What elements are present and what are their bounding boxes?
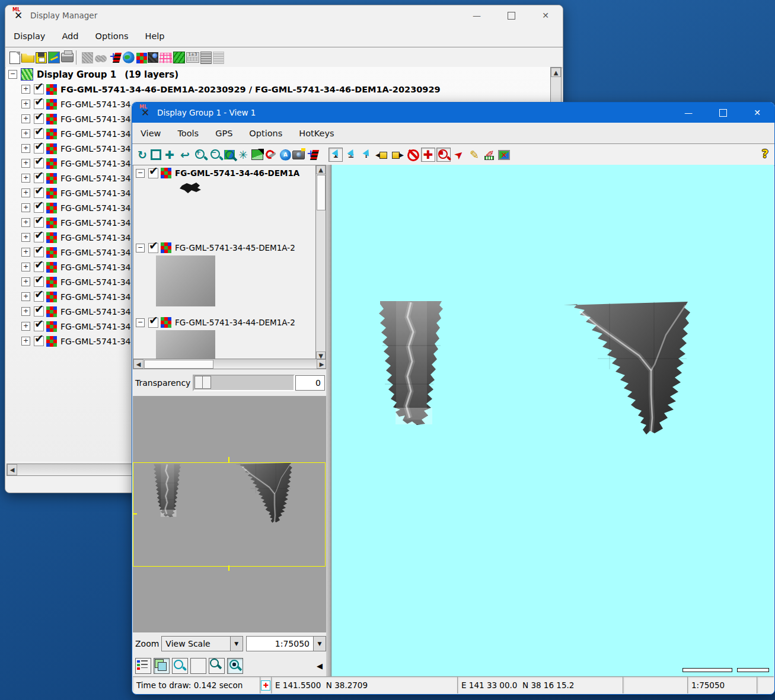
select-arrow-icon[interactable]: ➤ bbox=[449, 145, 469, 165]
previous-view-icon[interactable]: ↩ bbox=[178, 148, 192, 162]
expand-icon[interactable]: + bbox=[21, 159, 30, 168]
identify-tool-icon[interactable]: ? bbox=[359, 148, 374, 162]
layer-checkbox[interactable]: ✔ bbox=[34, 336, 44, 346]
view-titlebar[interactable]: ML✕ Display Group 1 - View 1 — ✕ bbox=[132, 103, 774, 123]
add-web-layer-icon[interactable] bbox=[123, 52, 135, 63]
scroll-right-arrow[interactable]: ▶ bbox=[317, 359, 326, 369]
layer-thumbnail[interactable] bbox=[156, 330, 215, 360]
layer-checkbox[interactable]: ✔ bbox=[148, 318, 158, 328]
layer-checkbox[interactable]: ✔ bbox=[34, 262, 44, 272]
expand-icon[interactable]: + bbox=[21, 174, 30, 183]
menu-help[interactable]: Help bbox=[136, 31, 173, 41]
add-raster-icon[interactable] bbox=[136, 52, 146, 63]
expand-icon[interactable]: + bbox=[21, 307, 30, 316]
layer-checkbox[interactable]: ✔ bbox=[148, 168, 158, 178]
show-layers-button[interactable] bbox=[154, 658, 170, 674]
locator-icon[interactable] bbox=[251, 149, 263, 160]
new-file-icon[interactable] bbox=[9, 52, 20, 64]
zoom-mode-dropdown[interactable]: View Scale ▼ bbox=[161, 636, 243, 651]
expand-icon[interactable]: + bbox=[21, 218, 30, 227]
menu-add[interactable]: Add bbox=[53, 31, 87, 41]
pan-tool-icon[interactable]: ✚ bbox=[421, 148, 435, 162]
sidebar-divider[interactable] bbox=[326, 165, 331, 677]
snapshot-icon[interactable] bbox=[292, 151, 305, 159]
zoom-1x-button[interactable] bbox=[227, 658, 243, 674]
close-button[interactable]: ✕ bbox=[528, 5, 563, 25]
full-image-button[interactable] bbox=[190, 658, 206, 674]
georeference-icon[interactable]: A bbox=[280, 149, 291, 161]
slider-thumb[interactable] bbox=[194, 376, 211, 389]
expand-icon[interactable]: + bbox=[21, 100, 30, 108]
help-icon[interactable]: ? bbox=[761, 146, 768, 161]
layer-thumbnail[interactable] bbox=[178, 181, 202, 196]
layer-list-vertical-scrollbar[interactable]: ▲ ▼ bbox=[315, 165, 326, 360]
chevron-down-icon[interactable]: ▼ bbox=[313, 637, 326, 651]
locator-overview-map[interactable] bbox=[133, 396, 326, 632]
zoom-scale-dropdown[interactable]: 1:75050 ▼ bbox=[246, 636, 326, 651]
expand-icon[interactable]: + bbox=[21, 114, 30, 123]
layer-checkbox[interactable]: ✔ bbox=[34, 306, 44, 317]
expand-icon[interactable]: + bbox=[21, 129, 30, 138]
sketch-tool-icon[interactable]: ✎ bbox=[467, 148, 481, 162]
menu-tools[interactable]: Tools bbox=[169, 129, 207, 138]
tree-group-row[interactable]: − Display Group 1 (19 layers) bbox=[6, 67, 551, 82]
measure-tool-icon[interactable]: ✐ bbox=[483, 148, 497, 162]
add-pinmap-icon[interactable] bbox=[148, 52, 158, 63]
expand-icon[interactable]: + bbox=[21, 85, 30, 94]
add-layer-icon[interactable] bbox=[306, 148, 319, 162]
scrollbar-thumb[interactable] bbox=[317, 175, 326, 210]
layer-checkbox[interactable]: ✔ bbox=[34, 203, 44, 213]
layer-thumbnail[interactable] bbox=[156, 255, 215, 306]
expand-icon[interactable]: + bbox=[21, 188, 30, 197]
view-extent-rectangle[interactable] bbox=[133, 462, 326, 567]
print-icon[interactable] bbox=[61, 53, 74, 62]
add-vector-icon[interactable] bbox=[173, 52, 185, 63]
select-tool-icon[interactable]: 1 bbox=[329, 148, 343, 162]
maximize-button[interactable] bbox=[494, 5, 528, 25]
layer-checkbox[interactable]: ✔ bbox=[34, 173, 44, 183]
collapse-icon[interactable]: − bbox=[8, 70, 17, 79]
scroll-left-arrow[interactable]: ◀ bbox=[133, 359, 143, 369]
collapse-icon[interactable]: − bbox=[136, 244, 145, 252]
layer-checkbox[interactable]: ✔ bbox=[148, 243, 158, 253]
expand-icon[interactable]: + bbox=[21, 263, 30, 271]
menu-hotkeys[interactable]: HotKeys bbox=[291, 129, 342, 138]
maximize-button[interactable] bbox=[706, 103, 740, 123]
expand-icon[interactable]: + bbox=[21, 322, 30, 331]
position-marker-cell[interactable]: ✚ bbox=[260, 677, 272, 693]
layer-checkbox[interactable]: ✔ bbox=[34, 158, 44, 168]
expand-icon[interactable]: + bbox=[21, 144, 30, 153]
zoom-full-icon[interactable]: ✳ bbox=[236, 148, 250, 162]
zoom-box-tool-icon[interactable]: ▪ bbox=[436, 148, 451, 162]
add-table-icon[interactable] bbox=[200, 52, 212, 64]
sidebar-layer-row[interactable]: − ✔ FG-GML-5741-34-44-DEM1A-2 bbox=[136, 317, 314, 328]
add-tin-icon[interactable] bbox=[159, 53, 173, 63]
multi-select-tool-icon[interactable]: ± bbox=[344, 148, 358, 162]
layer-checkbox[interactable]: ✔ bbox=[34, 114, 44, 124]
save-icon[interactable] bbox=[36, 52, 47, 63]
zoom-out-icon[interactable]: − bbox=[209, 148, 223, 162]
menu-view[interactable]: View bbox=[132, 129, 169, 138]
menu-options[interactable]: Options bbox=[241, 129, 291, 138]
layer-checkbox[interactable]: ✔ bbox=[34, 218, 44, 228]
expand-icon[interactable]: + bbox=[21, 233, 30, 242]
transparency-slider[interactable] bbox=[193, 375, 295, 391]
layer-checkbox[interactable]: ✔ bbox=[34, 292, 44, 302]
sidebar-layer-row[interactable]: − ✔ FG-GML-5741-34-45-DEM1A-2 bbox=[136, 242, 314, 253]
display-manager-button[interactable] bbox=[135, 658, 151, 674]
tool-options-icon[interactable] bbox=[264, 148, 279, 162]
chevron-down-icon[interactable]: ▼ bbox=[230, 637, 243, 651]
expand-icon[interactable]: + bbox=[21, 248, 30, 257]
layer-checkbox[interactable]: ✔ bbox=[34, 188, 44, 198]
sidebar-collapse-icon[interactable]: ◀ bbox=[317, 661, 323, 670]
layer-checkbox[interactable]: ✔ bbox=[34, 321, 44, 331]
redraw-icon[interactable]: ↻ bbox=[135, 148, 149, 162]
minimize-button[interactable]: — bbox=[460, 5, 494, 25]
scroll-up-arrow[interactable]: ▲ bbox=[316, 165, 326, 174]
collapse-icon[interactable]: − bbox=[136, 169, 145, 178]
expand-icon[interactable]: + bbox=[21, 277, 30, 286]
layer-checkbox[interactable]: ✔ bbox=[34, 99, 44, 109]
display-manager-titlebar[interactable]: ML✕ Display Manager — ✕ bbox=[5, 5, 563, 25]
add-database-icon[interactable]: 1±3 bbox=[186, 52, 199, 63]
scroll-left-arrow[interactable]: ◀ bbox=[7, 464, 17, 475]
